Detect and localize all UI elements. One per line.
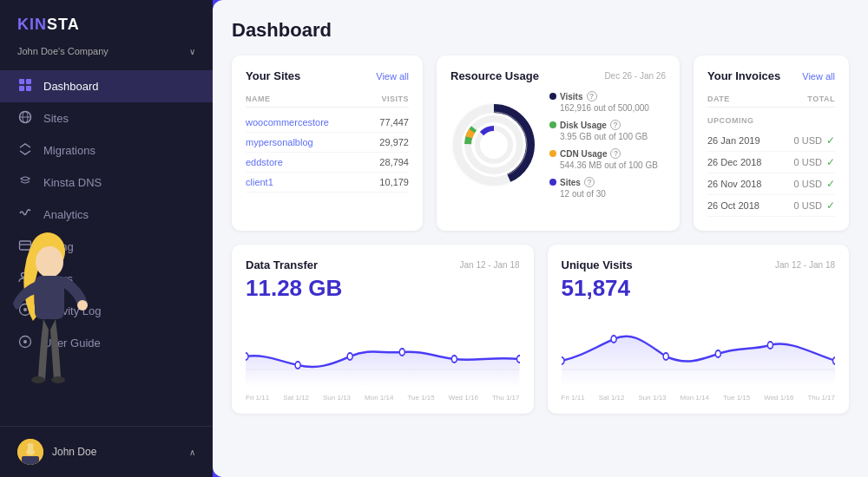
sidebar-item-billing[interactable]: Billing <box>0 231 213 263</box>
user-name-text: John Doe <box>52 446 96 458</box>
resource-usage-header: Resource Usage Dec 26 - Jan 26 <box>450 69 666 82</box>
company-name-text: John Doe's Company <box>17 46 108 56</box>
invoices-title: Your Invoices <box>707 69 780 82</box>
data-transfer-title: Data Transfer <box>246 258 318 271</box>
sidebar-item-label: Kinsta DNS <box>43 176 102 189</box>
sidebar-item-analytics[interactable]: Analytics <box>0 199 213 231</box>
chevron-down-icon: ∨ <box>189 47 195 56</box>
stat-cdn-label: CDN Usage ? <box>549 148 666 159</box>
user-guide-icon <box>17 335 33 351</box>
dashboard-icon <box>17 78 33 95</box>
chart-label: Fri 1/11 <box>246 394 269 402</box>
upcoming-label: UPCOMING <box>707 113 835 130</box>
unique-visits-header: Unique Visits Jan 12 - Jan 18 <box>562 258 836 271</box>
data-transfer-date: Jan 12 - Jan 18 <box>460 260 520 270</box>
sidebar-item-label: User Guide <box>43 337 101 350</box>
invoice-amount: 0 USD ✓ <box>794 156 835 168</box>
invoice-amount: 0 USD ✓ <box>794 199 835 212</box>
sites-icon <box>17 110 33 127</box>
chart-label: Tue 1/15 <box>723 394 750 402</box>
stat-sites-value: 12 out of 30 <box>549 189 666 199</box>
svg-point-46 <box>663 353 668 360</box>
invoice-date: 26 Dec 2018 <box>707 157 761 167</box>
invoices-table-header: DATE TOTAL <box>707 91 835 108</box>
chart-label: Mon 1/14 <box>681 394 709 402</box>
sidebar: KINSTA John Doe's Company ∨ Dashboard <box>0 0 213 477</box>
sidebar-item-dashboard[interactable]: Dashboard <box>0 70 213 102</box>
sidebar-item-label: Sites <box>43 112 69 125</box>
your-sites-title: Your Sites <box>246 69 300 82</box>
data-transfer-header: Data Transfer Jan 12 - Jan 18 <box>246 258 520 271</box>
resource-usage-title: Resource Usage <box>450 69 539 82</box>
site-name-link[interactable]: mypersonalblog <box>246 137 313 147</box>
resource-content: Visits ? 162,916 out of 500,000 Disk Usa… <box>450 91 666 199</box>
svg-point-38 <box>295 362 300 369</box>
resource-usage-date: Dec 26 - Jan 26 <box>604 71 666 81</box>
svg-point-17 <box>23 443 28 452</box>
stat-cdn-value: 544.36 MB out of 100 GB <box>549 160 666 170</box>
table-row: woocommercestore 77,447 <box>246 113 409 133</box>
page-title: Dashboard <box>232 19 849 42</box>
billing-icon <box>17 238 33 255</box>
chart-labels: Fri 1/11 Sat 1/12 Sun 1/13 Mon 1/14 Tue … <box>246 390 520 402</box>
invoice-date: 26 Oct 2018 <box>707 200 760 211</box>
svg-rect-0 <box>19 79 24 84</box>
site-visits-value: 28,794 <box>379 157 409 167</box>
stat-sites: Sites ? 12 out of 30 <box>549 177 666 199</box>
chart-label: Mon 1/14 <box>365 394 393 402</box>
check-icon: ✓ <box>826 134 835 147</box>
sidebar-header: KINSTA <box>0 0 213 46</box>
stat-visits-label: Visits ? <box>549 91 666 101</box>
sidebar-item-kinsta-dns[interactable]: Kinsta DNS <box>0 167 213 199</box>
chevron-up-icon[interactable]: ∧ <box>189 448 195 457</box>
svg-point-39 <box>347 353 352 360</box>
analytics-icon <box>17 206 33 223</box>
data-transfer-value: 11.28 GB <box>246 275 520 302</box>
check-icon: ✓ <box>826 178 835 190</box>
disk-info-icon[interactable]: ? <box>610 120 621 130</box>
company-selector[interactable]: John Doe's Company ∨ <box>0 46 213 67</box>
svg-point-37 <box>246 353 248 360</box>
your-sites-view-all[interactable]: View all <box>376 71 409 82</box>
chart-label: Wed 1/16 <box>764 394 793 402</box>
your-sites-card: Your Sites View all NAME VISITS woocomme… <box>232 56 423 231</box>
unique-visits-date: Jan 12 - Jan 18 <box>775 260 835 270</box>
data-transfer-card: Data Transfer Jan 12 - Jan 18 11.28 GB <box>232 245 534 414</box>
chart-label: Sat 1/12 <box>283 394 309 402</box>
resource-usage-card: Resource Usage Dec 26 - Jan 26 <box>437 56 680 231</box>
stat-visits-value: 162,916 out of 500,000 <box>549 103 666 113</box>
cdn-info-icon[interactable]: ? <box>610 148 621 159</box>
invoices-header: Your Invoices View all <box>707 69 835 82</box>
site-visits-value: 29,972 <box>379 137 409 147</box>
main-content: Dashboard Your Sites View all NAME VISIT… <box>213 0 868 477</box>
sidebar-item-users[interactable]: Users <box>0 263 213 295</box>
table-row: 26 Dec 2018 0 USD ✓ <box>707 152 835 173</box>
site-name-link[interactable]: eddstore <box>246 157 283 167</box>
invoices-view-all[interactable]: View all <box>802 71 835 82</box>
sidebar-item-user-guide[interactable]: User Guide <box>0 327 213 359</box>
site-name-link[interactable]: client1 <box>246 177 273 187</box>
sites-info-icon[interactable]: ? <box>584 177 595 187</box>
sidebar-nav: Dashboard Sites Migrations <box>0 67 213 426</box>
table-row: eddstore 28,794 <box>246 153 409 173</box>
chart-label: Fri 1/11 <box>562 394 585 402</box>
donut-chart <box>450 101 537 188</box>
table-row: 26 Oct 2018 0 USD ✓ <box>707 195 835 217</box>
user-info[interactable]: John Doe <box>17 439 96 465</box>
site-name-link[interactable]: woocommercestore <box>246 117 329 127</box>
stat-disk-value: 3.95 GB out of 100 GB <box>549 132 666 141</box>
site-visits-value: 77,447 <box>379 117 409 127</box>
visits-info-icon[interactable]: ? <box>587 91 597 101</box>
sidebar-item-sites[interactable]: Sites <box>0 102 213 134</box>
sidebar-item-label: Activity Log <box>43 304 101 317</box>
unique-visits-card: Unique Visits Jan 12 - Jan 18 51,874 <box>548 245 850 414</box>
disk-dot <box>549 121 556 128</box>
site-visits-value: 10,179 <box>379 177 409 187</box>
sidebar-item-activity-log[interactable]: Activity Log <box>0 295 213 327</box>
svg-point-45 <box>611 336 616 343</box>
svg-point-10 <box>27 273 30 277</box>
svg-rect-7 <box>20 241 31 250</box>
unique-visits-title: Unique Visits <box>562 258 633 271</box>
sites-table-header: NAME VISITS <box>246 91 409 108</box>
sidebar-item-migrations[interactable]: Migrations <box>0 134 213 167</box>
